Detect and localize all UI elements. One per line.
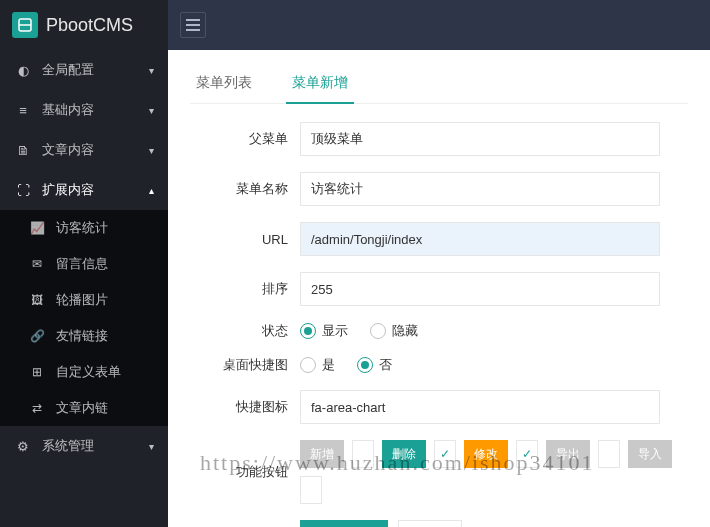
chevron-down-icon: ▾ <box>149 441 154 452</box>
radio-dot-icon <box>300 357 316 373</box>
logo: PbootCMS <box>0 0 168 50</box>
checkbox-import[interactable] <box>300 476 322 504</box>
sub-message-info[interactable]: ✉ 留言信息 <box>0 246 168 282</box>
sub-label: 留言信息 <box>56 255 108 273</box>
sidebar: PbootCMS ◐ 全局配置 ▾ ≡ 基础内容 ▾ 🗎 文章内容 ▾ ⛶ 扩展… <box>0 0 168 527</box>
tabs: 菜单列表 菜单新增 <box>190 64 688 104</box>
checkbox-add[interactable] <box>352 440 374 468</box>
label-desktop-shortcut: 桌面快捷图 <box>190 356 300 374</box>
submit-button[interactable]: 立即提交 <box>300 520 388 527</box>
funcbtn-add[interactable]: 新增 <box>300 440 344 468</box>
nav-label: 文章内容 <box>42 141 94 159</box>
input-parent-menu[interactable] <box>300 122 660 156</box>
input-sort[interactable] <box>300 272 660 306</box>
nav-extend-content[interactable]: ⛶ 扩展内容 ▴ <box>0 170 168 210</box>
globe-icon: ◐ <box>14 63 32 78</box>
nav-label: 基础内容 <box>42 101 94 119</box>
nav-system-manage[interactable]: ⚙ 系统管理 ▾ <box>0 426 168 466</box>
funcbtn-export[interactable]: 导出 <box>546 440 590 468</box>
menu-toggle-button[interactable] <box>180 12 206 38</box>
sub-label: 文章内链 <box>56 399 108 417</box>
label-menu-name: 菜单名称 <box>190 180 300 198</box>
nav-global-config[interactable]: ◐ 全局配置 ▾ <box>0 50 168 90</box>
label-shortcut-icon: 快捷图标 <box>190 398 300 416</box>
sub-carousel[interactable]: 🖼 轮播图片 <box>0 282 168 318</box>
sub-label: 访客统计 <box>56 219 108 237</box>
radio-status-hide[interactable]: 隐藏 <box>370 322 418 340</box>
gear-icon: ⚙ <box>14 439 32 454</box>
brand-name: PbootCMS <box>46 15 133 36</box>
nav-label: 全局配置 <box>42 61 94 79</box>
chevron-down-icon: ▾ <box>149 105 154 116</box>
nav-label: 扩展内容 <box>42 181 94 199</box>
nav-label: 系统管理 <box>42 437 94 455</box>
list-icon: ≡ <box>14 103 32 118</box>
sub-label: 自定义表单 <box>56 363 121 381</box>
funcbtn-import[interactable]: 导入 <box>628 440 672 468</box>
radio-dot-icon <box>370 323 386 339</box>
sub-visitor-stats[interactable]: 📈 访客统计 <box>0 210 168 246</box>
input-shortcut-icon[interactable] <box>300 390 660 424</box>
nav-basic-content[interactable]: ≡ 基础内容 ▾ <box>0 90 168 130</box>
radio-desktop-yes[interactable]: 是 <box>300 356 335 374</box>
funcbtn-modify[interactable]: 修改 <box>464 440 508 468</box>
sub-custom-form[interactable]: ⊞ 自定义表单 <box>0 354 168 390</box>
label-parent: 父菜单 <box>190 130 300 148</box>
tab-menu-add[interactable]: 菜单新增 <box>286 64 354 104</box>
checkbox-modify[interactable]: ✓ <box>516 440 538 468</box>
sub-friend-links[interactable]: 🔗 友情链接 <box>0 318 168 354</box>
radio-desktop-no[interactable]: 否 <box>357 356 392 374</box>
grid-icon: ⊞ <box>28 365 46 379</box>
reset-button[interactable]: 重置 <box>398 520 462 527</box>
shuffle-icon: ⇄ <box>28 401 46 415</box>
label-func-buttons: 功能按钮 <box>190 463 300 481</box>
mail-icon: ✉ <box>28 257 46 271</box>
logo-icon <box>12 12 38 38</box>
checkbox-export[interactable] <box>598 440 620 468</box>
topbar <box>168 0 710 50</box>
label-sort: 排序 <box>190 280 300 298</box>
chevron-up-icon: ▴ <box>149 185 154 196</box>
radio-status-show[interactable]: 显示 <box>300 322 348 340</box>
chevron-down-icon: ▾ <box>149 145 154 156</box>
label-status: 状态 <box>190 322 300 340</box>
nav-article-content[interactable]: 🗎 文章内容 ▾ <box>0 130 168 170</box>
content-area: 菜单列表 菜单新增 父菜单 菜单名称 URL 排序 状态 <box>168 50 710 527</box>
hamburger-icon <box>186 19 200 31</box>
link-icon: 🔗 <box>28 329 46 343</box>
chart-icon: 📈 <box>28 221 46 235</box>
label-url: URL <box>190 232 300 247</box>
sub-label: 轮播图片 <box>56 291 108 309</box>
chevron-down-icon: ▾ <box>149 65 154 76</box>
expand-icon: ⛶ <box>14 183 32 198</box>
input-url[interactable] <box>300 222 660 256</box>
image-icon: 🖼 <box>28 293 46 307</box>
radio-dot-icon <box>300 323 316 339</box>
sub-label: 友情链接 <box>56 327 108 345</box>
input-menu-name[interactable] <box>300 172 660 206</box>
checkbox-delete[interactable]: ✓ <box>434 440 456 468</box>
sub-article-inlink[interactable]: ⇄ 文章内链 <box>0 390 168 426</box>
radio-dot-icon <box>357 357 373 373</box>
funcbtn-delete[interactable]: 删除 <box>382 440 426 468</box>
document-icon: 🗎 <box>14 143 32 158</box>
tab-menu-list[interactable]: 菜单列表 <box>190 64 258 103</box>
